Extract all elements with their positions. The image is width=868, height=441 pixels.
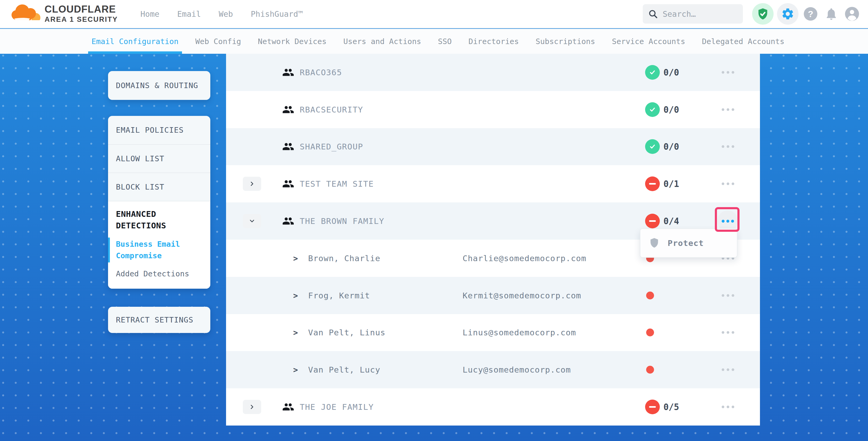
top-nav-email[interactable]: Email xyxy=(177,9,201,19)
group-icon xyxy=(282,103,294,116)
gear-icon xyxy=(781,7,795,21)
group-icon xyxy=(282,401,294,413)
protection-count: 0/0 xyxy=(663,67,679,77)
member-name: Van Pelt, Linus xyxy=(308,328,385,337)
member-email: Kermit@somedemocorp.com xyxy=(463,291,581,300)
protection-count: 0/4 xyxy=(663,216,679,226)
collapse-button[interactable] xyxy=(243,214,261,228)
table-row-group: SHARED_GROUP 0/0 xyxy=(226,128,760,165)
status-badge-fail xyxy=(645,177,660,191)
sidebar-section-enhanced-detections: ENHANCED DETECTIONS Business Email Compr… xyxy=(108,201,210,289)
member-caret-icon[interactable]: > xyxy=(293,254,298,263)
member-email: Charlie@somedemocorp.com xyxy=(463,254,586,263)
brand-name: CLOUDFLARE xyxy=(44,4,118,14)
enhanced-detections-title[interactable]: ENHANCED DETECTIONS xyxy=(116,208,203,231)
cloudflare-cloud-icon xyxy=(11,4,42,24)
row-menu-button[interactable] xyxy=(719,328,737,336)
account-button[interactable] xyxy=(843,5,861,23)
row-menu-button[interactable] xyxy=(719,143,737,151)
tab-network-devices[interactable]: Network Devices xyxy=(258,29,327,54)
sidebar-item-block-list[interactable]: BLOCK LIST xyxy=(108,172,210,201)
page-background: CLOUDFLARE AREA 1 SECURITY Home Email We… xyxy=(0,0,868,441)
table-row-member: > Van Pelt, Lucy Lucy@somedemocorp.com xyxy=(226,351,760,388)
table-row-member: > Frog, Kermit Kermit@somedemocorp.com xyxy=(226,277,760,314)
menu-item-protect[interactable]: Protect xyxy=(668,238,704,248)
top-navigation: Home Email Web PhishGuard™ xyxy=(141,9,303,19)
tab-delegated-accounts[interactable]: Delegated Accounts xyxy=(702,29,784,54)
sidebar-item-allow-list[interactable]: ALLOW LIST xyxy=(108,144,210,172)
tab-subscriptions[interactable]: Subscriptions xyxy=(536,29,595,54)
member-caret-icon[interactable]: > xyxy=(293,328,298,337)
notifications-button[interactable] xyxy=(823,5,840,23)
group-name: SHARED_GROUP xyxy=(300,142,363,151)
row-menu-button[interactable] xyxy=(719,68,737,76)
sidebar-item-email-policies[interactable]: EMAIL POLICIES xyxy=(108,116,210,144)
row-menu-button[interactable] xyxy=(719,291,737,300)
protection-count: 0/0 xyxy=(663,141,679,152)
cloudflare-logo[interactable]: CLOUDFLARE AREA 1 SECURITY xyxy=(11,4,118,24)
search-box[interactable] xyxy=(643,4,743,24)
tab-directories[interactable]: Directories xyxy=(468,29,519,54)
top-nav-web[interactable]: Web xyxy=(219,9,233,19)
top-nav-phishguard[interactable]: PhishGuard™ xyxy=(251,9,303,19)
top-bar: CLOUDFLARE AREA 1 SECURITY Home Email We… xyxy=(0,0,868,28)
group-icon xyxy=(282,140,294,153)
row-menu-button[interactable] xyxy=(719,106,737,114)
svg-text:?: ? xyxy=(808,9,813,19)
group-icon xyxy=(282,178,294,190)
protection-count: 0/0 xyxy=(663,104,679,115)
group-icon xyxy=(282,215,294,227)
sidebar-item-added-detections[interactable]: Added Detections xyxy=(116,268,203,280)
sidebar-card-policies: EMAIL POLICIES ALLOW LIST BLOCK LIST ENH… xyxy=(108,116,210,289)
shield-icon xyxy=(649,238,659,249)
settings-button[interactable] xyxy=(777,3,799,25)
table-row-group: THE JOE FAMILY 0/5 xyxy=(226,388,760,426)
table-row-group: TEST TEAM SITE 0/1 xyxy=(226,165,760,202)
sidebar-card-retract-settings[interactable]: RETRACT SETTINGS xyxy=(108,307,210,333)
row-menu-button[interactable] xyxy=(719,366,737,374)
protection-count: 0/1 xyxy=(663,179,679,189)
status-badge-pass xyxy=(645,102,660,117)
member-email: Linus@somedemocorp.com xyxy=(463,328,576,337)
tab-web-config[interactable]: Web Config xyxy=(195,29,241,54)
top-nav-home[interactable]: Home xyxy=(141,9,159,19)
group-icon xyxy=(282,66,294,78)
protection-count: 0/5 xyxy=(663,402,679,412)
status-badge-fail xyxy=(645,214,660,228)
avatar-icon xyxy=(844,5,860,22)
member-email: Lucy@somedemocorp.com xyxy=(463,365,571,374)
chevron-right-icon xyxy=(249,404,255,410)
member-caret-icon[interactable]: > xyxy=(293,365,298,374)
sidebar-item-retract-settings[interactable]: RETRACT SETTINGS xyxy=(116,315,193,324)
help-button[interactable]: ? xyxy=(802,5,819,23)
sidebar-item-business-email-compromise[interactable]: Business Email Compromise xyxy=(116,239,203,261)
member-name: Frog, Kermit xyxy=(308,291,370,300)
question-icon: ? xyxy=(802,6,819,22)
minus-icon xyxy=(649,220,656,222)
sidebar-item-domains-routing[interactable]: DOMAINS & ROUTING xyxy=(116,81,198,90)
tab-service-accounts[interactable]: Service Accounts xyxy=(612,29,685,54)
tab-email-configuration[interactable]: Email Configuration xyxy=(92,29,179,54)
minus-icon xyxy=(649,406,656,408)
group-name: TEST TEAM SITE xyxy=(300,179,374,189)
table-row-group: RBACO365 0/0 xyxy=(226,54,760,91)
security-status-button[interactable] xyxy=(752,3,774,25)
member-caret-icon[interactable]: > xyxy=(293,291,298,300)
tab-users-and-actions[interactable]: Users and Actions xyxy=(343,29,421,54)
row-menu-button[interactable] xyxy=(719,403,737,411)
tab-sso[interactable]: SSO xyxy=(438,29,452,54)
table-row-member: > Van Pelt, Linus Linus@somedemocorp.com xyxy=(226,314,760,351)
sidebar-card-domains-routing[interactable]: DOMAINS & ROUTING xyxy=(108,71,210,100)
top-right-cluster: ? xyxy=(643,3,861,25)
row-menu-button[interactable] xyxy=(719,180,737,188)
shield-check-icon xyxy=(756,7,769,21)
chevron-right-icon xyxy=(249,180,255,187)
group-name: RBACO365 xyxy=(300,68,342,77)
search-input[interactable] xyxy=(662,9,738,19)
group-name: THE BROWN FAMILY xyxy=(300,216,384,226)
expand-button[interactable] xyxy=(243,177,261,191)
expand-button[interactable] xyxy=(243,400,261,414)
minus-icon xyxy=(649,183,656,185)
table-row-group: RBACSECURITY 0/0 xyxy=(226,91,760,128)
member-name: Van Pelt, Lucy xyxy=(308,365,380,374)
